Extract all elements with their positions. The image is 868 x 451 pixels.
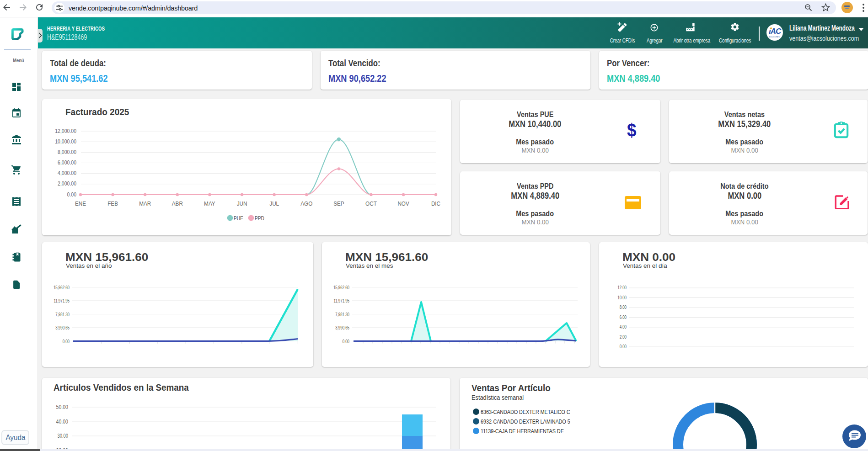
- svg-text:ENE: ENE: [75, 200, 86, 207]
- svg-text:PUE: PUE: [234, 215, 243, 222]
- svg-text:12,000.00: 12,000.00: [55, 127, 76, 134]
- svg-text:0.00: 0.00: [620, 344, 627, 349]
- svg-text:2.00: 2.00: [620, 334, 627, 340]
- svg-text:30.00: 30.00: [58, 433, 68, 439]
- svg-text:40.00: 40.00: [56, 419, 68, 424]
- svg-text:OCT: OCT: [365, 200, 377, 207]
- svg-text:0.00: 0.00: [67, 191, 77, 198]
- svg-text:DIC: DIC: [431, 200, 440, 207]
- svg-text:SEP: SEP: [333, 200, 344, 207]
- svg-text:8,000.00: 8,000.00: [58, 149, 76, 156]
- svg-text:10,000.00: 10,000.00: [55, 138, 76, 145]
- svg-text:4,000.00: 4,000.00: [58, 170, 76, 177]
- svg-text:MAR: MAR: [139, 200, 151, 207]
- svg-text:FEB: FEB: [107, 200, 118, 207]
- svg-text:NOV: NOV: [397, 200, 409, 207]
- svg-text:PPD: PPD: [255, 215, 264, 222]
- svg-text:11,971.95: 11,971.95: [54, 298, 70, 303]
- svg-text:7,981.30: 7,981.30: [335, 312, 349, 317]
- svg-text:4.00: 4.00: [620, 324, 627, 329]
- svg-text:3,990.65: 3,990.65: [335, 325, 349, 330]
- svg-text:12.00: 12.00: [617, 285, 627, 290]
- svg-text:11,971.95: 11,971.95: [333, 298, 349, 303]
- svg-text:15,962.60: 15,962.60: [333, 285, 349, 290]
- svg-text:7,981.30: 7,981.30: [55, 312, 70, 317]
- svg-text:MAY: MAY: [204, 200, 215, 207]
- svg-text:ABR: ABR: [172, 200, 183, 207]
- svg-text:AGO: AGO: [300, 200, 312, 207]
- svg-text:JUL: JUL: [269, 200, 279, 207]
- svg-text:JUN: JUN: [237, 200, 247, 207]
- svg-text:0.00: 0.00: [63, 339, 70, 344]
- svg-text:8.00: 8.00: [620, 305, 627, 310]
- svg-text:2,000.00: 2,000.00: [58, 180, 76, 187]
- svg-text:6.00: 6.00: [620, 315, 627, 320]
- svg-text:6,000.00: 6,000.00: [58, 159, 76, 166]
- svg-text:15,962.60: 15,962.60: [54, 285, 70, 290]
- svg-text:0.00: 0.00: [343, 339, 349, 344]
- svg-text:3,990.65: 3,990.65: [55, 325, 70, 330]
- svg-text:50.00: 50.00: [56, 404, 68, 410]
- svg-text:10.00: 10.00: [617, 295, 627, 300]
